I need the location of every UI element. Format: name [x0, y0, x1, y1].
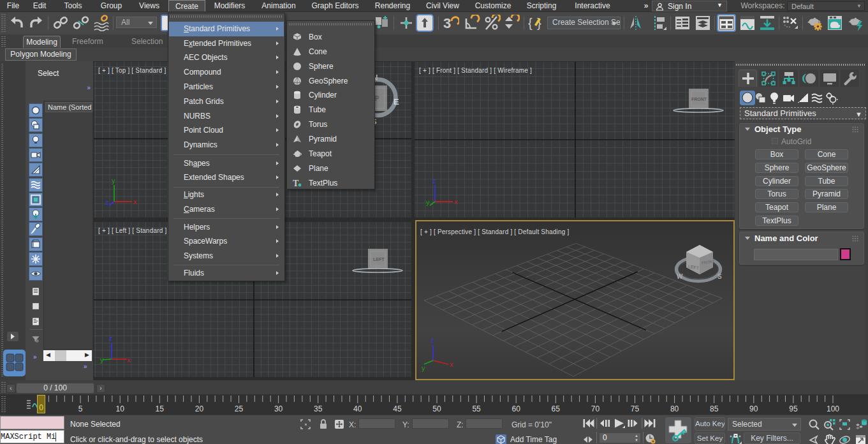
svg-text:{: {: [528, 16, 533, 30]
svg-text:85: 85: [710, 404, 719, 413]
svg-text:x: x: [454, 198, 458, 205]
svg-text:20: 20: [195, 404, 204, 413]
svg-text:x: x: [450, 360, 453, 368]
svg-text:10: 10: [116, 404, 125, 413]
svg-text:70: 70: [591, 404, 600, 413]
svg-text:55: 55: [472, 404, 481, 413]
svg-text:z: z: [105, 198, 109, 206]
svg-text:y: y: [112, 177, 115, 184]
svg-text:75: 75: [631, 404, 640, 413]
svg-text:y: y: [426, 198, 430, 206]
svg-text:80: 80: [670, 404, 679, 413]
svg-text:y: y: [100, 356, 104, 364]
svg-text:W: W: [677, 273, 683, 280]
svg-text:45: 45: [393, 404, 402, 413]
svg-text:50: 50: [432, 404, 441, 413]
svg-text:95: 95: [789, 404, 798, 413]
svg-text:5: 5: [78, 404, 83, 413]
svg-text:60: 60: [512, 404, 521, 413]
svg-text:x: x: [127, 356, 131, 364]
svg-text:35: 35: [314, 404, 323, 413]
svg-text:30: 30: [274, 404, 283, 413]
svg-text:LEFT: LEFT: [373, 257, 385, 262]
svg-text:LEFT: LEFT: [688, 264, 700, 270]
svg-text:S: S: [717, 273, 722, 280]
svg-text:E: E: [394, 97, 399, 107]
svg-text:15: 15: [156, 404, 165, 413]
svg-text:65: 65: [552, 404, 561, 413]
svg-text:z: z: [430, 336, 434, 344]
svg-text:z: z: [432, 177, 436, 184]
svg-text:y: y: [422, 364, 425, 372]
svg-text:3: 3: [443, 15, 451, 31]
svg-text:x: x: [133, 198, 137, 205]
svg-text:25: 25: [235, 404, 244, 413]
svg-text:T: T: [293, 179, 299, 188]
svg-text:100: 100: [827, 404, 839, 413]
svg-text:90: 90: [749, 404, 758, 413]
svg-text:z: z: [109, 334, 113, 342]
svg-text:40: 40: [353, 404, 362, 413]
svg-text:FRONT: FRONT: [691, 97, 707, 101]
